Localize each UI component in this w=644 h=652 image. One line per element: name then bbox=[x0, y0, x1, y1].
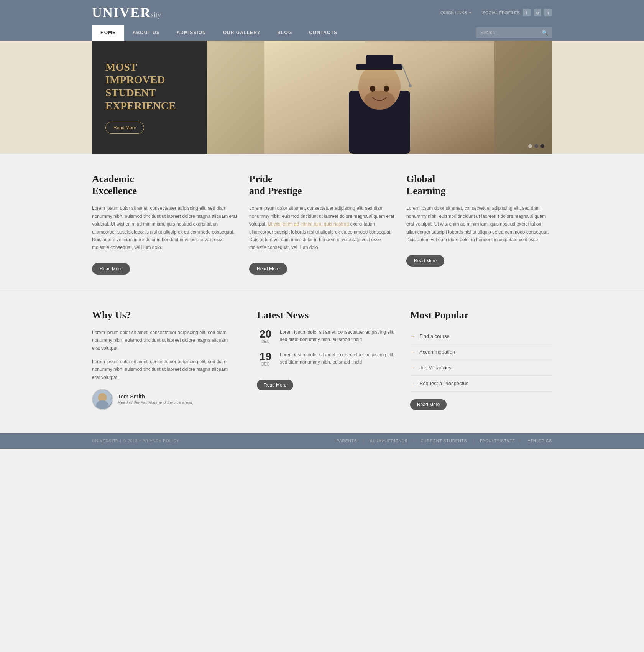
bottom-section: Why Us? Lorem ipsum dolor sit amet, cons… bbox=[0, 290, 644, 433]
slider-dots bbox=[528, 144, 544, 148]
hero-section: MOST IMPROVED STUDENT EXPERIENCE Read Mo… bbox=[92, 41, 552, 154]
quick-links-label: QUICK LINKS bbox=[440, 10, 467, 15]
avatar bbox=[92, 389, 113, 410]
nav-item-about[interactable]: ABOUT US bbox=[124, 25, 168, 41]
author-box: Tom Smith Head of the Faculties and Serv… bbox=[92, 389, 234, 410]
arrow-icon-4: → bbox=[410, 380, 416, 387]
latest-news-column: Latest News 20 DEC Lorem ipsum dolor sit… bbox=[245, 310, 410, 410]
why-us-column: Why Us? Lorem ipsum dolor sit amet, cons… bbox=[92, 310, 245, 410]
most-popular-title: Most Popular bbox=[410, 310, 552, 321]
site-header: UNIVER sity QUICK LINKS ▾ SOCIAL PROFILE… bbox=[0, 0, 644, 41]
news-month-1: DEC bbox=[257, 339, 274, 344]
social-profiles: SOCIAL PROFILES f g t bbox=[483, 9, 552, 16]
chevron-down-icon: ▾ bbox=[469, 11, 471, 15]
news-day-2: 19 bbox=[257, 351, 274, 362]
features-section: AcademicExcellence Lorem ipsum dolor sit… bbox=[0, 154, 644, 290]
popular-item-3[interactable]: → Job Vacancies bbox=[410, 360, 552, 376]
google-icon[interactable]: g bbox=[534, 9, 541, 16]
slider-dot-2[interactable] bbox=[534, 144, 538, 148]
svg-rect-7 bbox=[366, 55, 393, 67]
academic-title: AcademicExcellence bbox=[92, 173, 238, 197]
footer-link-students[interactable]: CURRENT STUDENTS bbox=[421, 439, 467, 443]
nav-item-blog[interactable]: BLOG bbox=[269, 25, 301, 41]
latest-news-title: Latest News bbox=[257, 310, 399, 321]
most-popular-column: Most Popular → Find a course → Accommoda… bbox=[410, 310, 552, 410]
popular-label-2: Accommodation bbox=[419, 349, 455, 355]
header-right: QUICK LINKS ▾ SOCIAL PROFILES f g t bbox=[440, 9, 552, 16]
why-us-text1: Lorem ipsum dolor sit amet, consectetuer… bbox=[92, 329, 234, 352]
news-read-more-button[interactable]: Read More bbox=[257, 380, 293, 390]
why-us-title: Why Us? bbox=[92, 310, 234, 321]
logo-sub: sity bbox=[151, 11, 161, 19]
quick-links[interactable]: QUICK LINKS ▾ bbox=[440, 10, 471, 15]
news-date-2: 19 DEC bbox=[257, 351, 274, 366]
footer-link-athletics[interactable]: ATHLETICS bbox=[528, 439, 552, 443]
nav-item-admission[interactable]: ADMISSION bbox=[168, 25, 215, 41]
footer-links: PARENTS | ALUMNI/FRIENDS | CURRENT STUDE… bbox=[337, 439, 552, 443]
search-button[interactable]: 🔍 bbox=[542, 30, 548, 36]
social-profiles-label: SOCIAL PROFILES bbox=[483, 10, 520, 15]
main-nav: HOME ABOUT US ADMISSION OUR GALLERY BLOG… bbox=[0, 25, 644, 41]
footer-divider-4: | bbox=[521, 439, 522, 443]
facebook-icon[interactable]: f bbox=[523, 9, 531, 16]
popular-label-3: Job Vacancies bbox=[419, 365, 452, 370]
logo-main: UNIVER bbox=[92, 5, 151, 21]
hero-read-more-button[interactable]: Read More bbox=[105, 122, 144, 134]
footer-link-alumni[interactable]: ALUMNI/FRIENDS bbox=[370, 439, 407, 443]
popular-item-4[interactable]: → Request a Prospectus bbox=[410, 376, 552, 392]
hero-outer: MOST IMPROVED STUDENT EXPERIENCE Read Mo… bbox=[0, 41, 644, 154]
global-text: Lorem ipsum dolor sit amet, consectetuer… bbox=[406, 204, 552, 244]
logo[interactable]: UNIVER sity bbox=[92, 5, 161, 21]
hero-text-panel: MOST IMPROVED STUDENT EXPERIENCE Read Mo… bbox=[92, 41, 207, 154]
hero-title: MOST IMPROVED STUDENT EXPERIENCE bbox=[105, 61, 194, 112]
arrow-icon-1: → bbox=[410, 333, 416, 339]
popular-item-1[interactable]: → Find a course bbox=[410, 329, 552, 344]
nav-item-contacts[interactable]: CONTACTS bbox=[301, 25, 346, 41]
popular-read-more-button[interactable]: Read More bbox=[410, 399, 447, 410]
pride-read-more-button[interactable]: Read More bbox=[249, 263, 287, 275]
popular-label-4: Request a Prospectus bbox=[419, 380, 468, 386]
author-name: Tom Smith bbox=[118, 394, 193, 400]
global-title: GlobalLearning bbox=[406, 173, 552, 197]
nav-item-gallery[interactable]: OUR GALLERY bbox=[215, 25, 269, 41]
slider-dot-1[interactable] bbox=[528, 144, 532, 148]
news-text-2: Lorem ipsum dolor sit amet, consectetuer… bbox=[280, 351, 399, 366]
why-us-text2: Lorem ipsum dolor sit amet, consectetuer… bbox=[92, 358, 234, 381]
header-top: UNIVER sity QUICK LINKS ▾ SOCIAL PROFILE… bbox=[0, 5, 644, 25]
pride-link[interactable]: Ut wisi enim ad minim iam, quis nostrud bbox=[268, 221, 349, 227]
svg-point-5 bbox=[384, 86, 389, 92]
footer-divider-2: | bbox=[414, 439, 415, 443]
hero-image bbox=[207, 41, 552, 154]
svg-point-4 bbox=[370, 86, 375, 92]
twitter-icon[interactable]: t bbox=[544, 9, 552, 16]
academic-text: Lorem ipsum dolor sit amet, consectetuer… bbox=[92, 204, 238, 251]
footer-link-parents[interactable]: PARENTS bbox=[337, 439, 357, 443]
arrow-icon-3: → bbox=[410, 365, 416, 371]
news-month-2: DEC bbox=[257, 362, 274, 366]
feature-pride: Prideand Prestige Lorem ipsum dolor sit … bbox=[249, 173, 406, 275]
arrow-icon-2: → bbox=[410, 349, 416, 355]
global-read-more-button[interactable]: Read More bbox=[406, 255, 444, 267]
search-input[interactable] bbox=[480, 30, 542, 35]
news-day-1: 20 bbox=[257, 329, 274, 339]
author-info: Tom Smith Head of the Faculties and Serv… bbox=[118, 394, 193, 405]
slider-dot-3[interactable] bbox=[540, 144, 544, 148]
footer-copyright: UNIVERSITY | © 2013 • PRIVACY POLICY bbox=[92, 439, 179, 443]
popular-item-2[interactable]: → Accommodation bbox=[410, 344, 552, 360]
footer-link-faculty[interactable]: FACULTY/STAFF bbox=[480, 439, 515, 443]
news-text-1: Lorem ipsum dolor sit amet, consectetuer… bbox=[280, 329, 399, 343]
hero-illustration bbox=[207, 41, 552, 154]
footer-divider-3: | bbox=[473, 439, 475, 443]
popular-label-1: Find a course bbox=[419, 333, 450, 339]
academic-read-more-button[interactable]: Read More bbox=[92, 263, 130, 275]
news-item-1: 20 DEC Lorem ipsum dolor sit amet, conse… bbox=[257, 329, 399, 344]
news-date-1: 20 DEC bbox=[257, 329, 274, 344]
pride-title: Prideand Prestige bbox=[249, 173, 395, 197]
search-bar: 🔍 bbox=[476, 27, 552, 38]
pride-text: Lorem ipsum dolor sit amet, consectetuer… bbox=[249, 204, 395, 251]
svg-point-3 bbox=[364, 91, 395, 110]
svg-point-9 bbox=[409, 84, 412, 87]
site-footer: UNIVERSITY | © 2013 • PRIVACY POLICY PAR… bbox=[0, 433, 644, 449]
nav-item-home[interactable]: HOME bbox=[92, 25, 124, 41]
avatar-illustration bbox=[93, 390, 112, 409]
